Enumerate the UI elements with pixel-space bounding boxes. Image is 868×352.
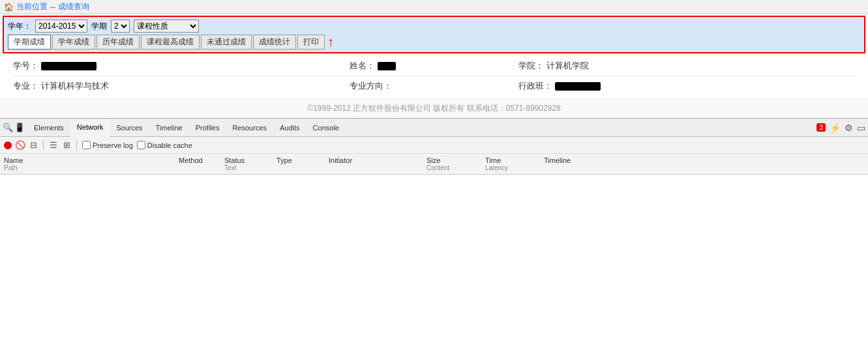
home-icon: 🏠	[4, 3, 14, 12]
direction-label: 专业方向：	[350, 80, 392, 92]
devtools-panel: 🔍 📱 Elements Network Sources Timeline Pr…	[0, 118, 868, 305]
settings-icon[interactable]: ⚙	[845, 123, 853, 133]
name-value-redacted	[378, 62, 396, 70]
name-label: 姓名：	[350, 60, 375, 72]
tab-profiles[interactable]: Profiles	[189, 119, 226, 137]
student-major-cell: 专业： 计算机科学与技术	[13, 80, 350, 92]
detail-view-icon[interactable]: ⊞	[62, 141, 71, 150]
id-value-redacted	[41, 62, 97, 70]
breadcrumb-bar: 🏠 当前位置 -- 成绩查询	[0, 0, 868, 14]
student-direction-cell: 专业方向：	[350, 80, 518, 92]
col-time-header[interactable]: Time Latency	[483, 155, 541, 173]
devtools-tabbar: 🔍 📱 Elements Network Sources Timeline Pr…	[0, 119, 868, 137]
student-class-cell: 行政班：	[518, 80, 855, 92]
student-row-1: 学号： 姓名： 学院： 计算机学院	[13, 60, 855, 76]
controls-section: 学年： 2014-2015 2013-2014 2012-2013 学期 1 2…	[3, 16, 865, 53]
tab-sources[interactable]: Sources	[110, 119, 149, 137]
search-icon[interactable]: 🔍	[3, 123, 13, 132]
col-method-header[interactable]: Method	[176, 155, 222, 173]
filter-icon[interactable]: ⊟	[29, 141, 38, 150]
mobile-icon[interactable]: 📱	[14, 123, 25, 132]
course-highest-button[interactable]: 课程最高成绩	[141, 35, 200, 50]
course-type-select[interactable]: 课程性质	[134, 20, 199, 33]
term-label: 学期	[91, 21, 107, 32]
col-timeline-header[interactable]: Timeline	[541, 155, 868, 173]
major-value: 计算机科学与技术	[41, 80, 109, 92]
tab-console[interactable]: Console	[307, 119, 346, 137]
network-table-body	[0, 175, 868, 305]
col-type-header[interactable]: Type	[274, 155, 326, 173]
student-info-section: 学号： 姓名： 学院： 计算机学院 专业： 计算机科学与技术 专业方向： 行政班…	[0, 53, 868, 98]
failed-courses-button[interactable]: 未通过成绩	[201, 35, 252, 50]
college-value: 计算机学院	[546, 60, 589, 72]
arrow-up-icon: ↑	[327, 35, 334, 50]
class-label: 行政班：	[518, 80, 552, 92]
breadcrumb-page[interactable]: 成绩查询	[58, 1, 89, 12]
breadcrumb-current[interactable]: 当前位置	[16, 1, 48, 12]
class-value-redacted	[555, 82, 601, 91]
footer-text: ©1999-2012 正方软件股份有限公司 版权所有 联系电话：0571-899…	[307, 104, 560, 113]
devtools-right-icons: 3 ⚡ ⚙ ▭	[816, 123, 865, 133]
disable-cache-label[interactable]: Disable cache	[137, 141, 192, 149]
tab-elements[interactable]: Elements	[27, 119, 70, 137]
clear-icon[interactable]: 🚫	[16, 141, 25, 150]
page-footer: ©1999-2012 正方软件股份有限公司 版权所有 联系电话：0571-899…	[0, 98, 868, 118]
term-select[interactable]: 1 2	[111, 20, 130, 33]
year-label: 学年：	[8, 21, 31, 32]
error-badge: 3	[816, 123, 826, 132]
toolbar-divider	[43, 140, 44, 151]
student-row-2: 专业： 计算机科学与技术 专业方向： 行政班：	[13, 80, 855, 92]
tab-timeline[interactable]: Timeline	[149, 119, 189, 137]
list-view-icon[interactable]: ☰	[49, 141, 58, 150]
undock-icon[interactable]: ▭	[857, 123, 865, 133]
network-table-header: Name Path Method Status Text Type Initia…	[0, 154, 868, 175]
tab-resources[interactable]: Resources	[226, 119, 273, 137]
button-row: 学期成绩 学年成绩 历年成绩 课程最高成绩 未通过成绩 成绩统计 打印 ↑	[8, 35, 860, 50]
col-status-header[interactable]: Status Text	[222, 155, 274, 173]
history-grade-button[interactable]: 历年成绩	[97, 35, 140, 50]
devtools-toolbar: 🚫 ⊟ ☰ ⊞ Preserve log Disable cache	[0, 137, 868, 154]
col-initiator-header[interactable]: Initiator	[326, 155, 424, 173]
selector-row: 学年： 2014-2015 2013-2014 2012-2013 学期 1 2…	[8, 20, 860, 33]
breadcrumb-separator: --	[50, 3, 55, 12]
student-name-cell: 姓名：	[350, 60, 518, 72]
year-select[interactable]: 2014-2015 2013-2014 2012-2013	[35, 20, 87, 33]
print-button[interactable]: 打印	[297, 35, 325, 50]
preserve-log-checkbox[interactable]	[82, 141, 91, 149]
col-size-header[interactable]: Size Content	[424, 155, 483, 173]
id-label: 学号：	[13, 60, 38, 72]
student-id-cell: 学号：	[13, 60, 350, 72]
semester-grade-button[interactable]: 学期成绩	[8, 35, 51, 50]
execute-icon[interactable]: ⚡	[830, 123, 841, 133]
toolbar-divider-2	[76, 140, 77, 151]
record-button[interactable]	[4, 141, 12, 149]
year-grade-button[interactable]: 学年成绩	[52, 35, 95, 50]
col-name-header[interactable]: Name Path	[0, 155, 176, 173]
disable-cache-checkbox[interactable]	[137, 141, 145, 149]
devtools-left-icons: 🔍 📱	[3, 123, 25, 132]
major-label: 专业：	[13, 80, 38, 92]
student-college-cell: 学院： 计算机学院	[518, 60, 855, 72]
preserve-log-label[interactable]: Preserve log	[82, 141, 133, 149]
page-content: 学年： 2014-2015 2013-2014 2012-2013 学期 1 2…	[0, 16, 868, 118]
grade-stats-button[interactable]: 成绩统计	[253, 35, 296, 50]
tab-network[interactable]: Network	[70, 119, 110, 137]
tab-audits[interactable]: Audits	[273, 119, 307, 137]
college-label: 学院：	[518, 60, 544, 72]
